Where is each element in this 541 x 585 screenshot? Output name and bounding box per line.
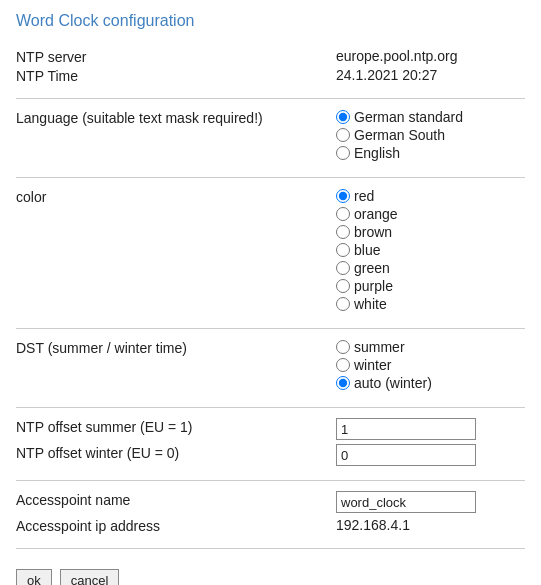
dst-option-summer-label: summer [354, 339, 405, 355]
color-option-brown[interactable]: brown [336, 224, 525, 240]
language-option-german-south[interactable]: German South [336, 127, 525, 143]
cancel-button[interactable]: cancel [60, 569, 120, 585]
language-radio-group: German standard German South English [336, 109, 525, 161]
ntp-offset-winter-input[interactable] [336, 444, 476, 466]
ntp-offset-summer-label: NTP offset summer (EU = 1) [16, 419, 192, 435]
color-option-green[interactable]: green [336, 260, 525, 276]
dst-option-summer[interactable]: summer [336, 339, 525, 355]
color-radio-group: red orange brown blue green [336, 188, 525, 312]
accesspoint-ip-label: Accesspoint ip address [16, 518, 160, 534]
color-option-green-label: green [354, 260, 390, 276]
language-option-german-standard-label: German standard [354, 109, 463, 125]
language-option-english-label: English [354, 145, 400, 161]
accesspoint-name-label: Accesspoint name [16, 492, 130, 508]
color-option-red[interactable]: red [336, 188, 525, 204]
color-option-purple-label: purple [354, 278, 393, 294]
color-option-white-label: white [354, 296, 387, 312]
dst-option-winter-label: winter [354, 357, 391, 373]
color-option-purple[interactable]: purple [336, 278, 525, 294]
color-label: color [16, 189, 46, 205]
color-option-blue-label: blue [354, 242, 380, 258]
page-title: Word Clock configuration [16, 12, 525, 30]
accesspoint-ip-value: 192.168.4.1 [336, 517, 410, 533]
ntp-time-value: 24.1.2021 20:27 [336, 67, 437, 83]
ntp-offset-winter-label: NTP offset winter (EU = 0) [16, 445, 179, 461]
ntp-server-value: europe.pool.ntp.org [336, 48, 457, 64]
ntp-server-label: NTP server [16, 49, 87, 65]
language-label: Language (suitable text mask required!) [16, 110, 263, 126]
color-option-white[interactable]: white [336, 296, 525, 312]
dst-label: DST (summer / winter time) [16, 340, 187, 356]
accesspoint-name-input[interactable] [336, 491, 476, 513]
language-option-german-standard[interactable]: German standard [336, 109, 525, 125]
dst-option-auto-label: auto (winter) [354, 375, 432, 391]
button-group: ok cancel [16, 569, 525, 585]
language-option-german-south-label: German South [354, 127, 445, 143]
ntp-time-label: NTP Time [16, 68, 78, 84]
color-option-orange[interactable]: orange [336, 206, 525, 222]
dst-radio-group: summer winter auto (winter) [336, 339, 525, 391]
ntp-offset-summer-input[interactable] [336, 418, 476, 440]
color-option-orange-label: orange [354, 206, 398, 222]
color-option-brown-label: brown [354, 224, 392, 240]
dst-option-winter[interactable]: winter [336, 357, 525, 373]
dst-option-auto[interactable]: auto (winter) [336, 375, 525, 391]
color-option-blue[interactable]: blue [336, 242, 525, 258]
language-option-english[interactable]: English [336, 145, 525, 161]
color-option-red-label: red [354, 188, 374, 204]
ok-button[interactable]: ok [16, 569, 52, 585]
